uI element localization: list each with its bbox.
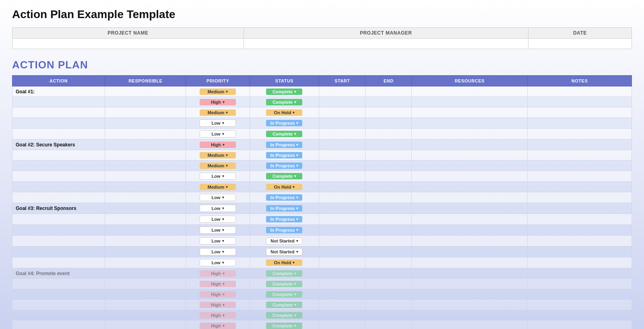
- resources-cell[interactable]: [412, 257, 528, 268]
- priority-badge[interactable]: Medium▾: [200, 152, 236, 158]
- status-cell[interactable]: On Hold▾: [250, 257, 319, 268]
- resources-cell[interactable]: [412, 225, 528, 236]
- responsible-cell[interactable]: [105, 214, 186, 225]
- priority-cell[interactable]: Low▾: [186, 118, 250, 129]
- status-badge[interactable]: In Progress▾: [266, 120, 302, 126]
- start-cell[interactable]: [319, 310, 365, 321]
- start-cell[interactable]: [319, 140, 365, 150]
- resources-cell[interactable]: [412, 129, 528, 140]
- notes-cell[interactable]: [528, 192, 632, 203]
- priority-badge[interactable]: Medium▾: [200, 109, 236, 116]
- responsible-cell[interactable]: [105, 182, 186, 192]
- notes-cell[interactable]: [528, 214, 632, 225]
- end-cell[interactable]: [365, 310, 412, 321]
- notes-cell[interactable]: [528, 310, 632, 321]
- start-cell[interactable]: [319, 268, 365, 279]
- responsible-cell[interactable]: [105, 97, 186, 107]
- status-cell[interactable]: Complete▾: [250, 289, 319, 300]
- status-cell[interactable]: Complete▾: [250, 321, 319, 329]
- status-cell[interactable]: On Hold▾: [250, 182, 319, 192]
- end-cell[interactable]: [365, 140, 412, 150]
- status-badge[interactable]: Complete▾: [266, 173, 302, 179]
- priority-badge[interactable]: Low▾: [200, 216, 236, 223]
- end-cell[interactable]: [365, 171, 412, 182]
- priority-badge[interactable]: High▾: [200, 302, 236, 308]
- status-cell[interactable]: Complete▾: [250, 86, 319, 97]
- responsible-cell[interactable]: [105, 150, 186, 160]
- status-badge[interactable]: Complete▾: [266, 131, 302, 137]
- resources-cell[interactable]: [412, 182, 528, 192]
- priority-cell[interactable]: Low▾: [186, 247, 250, 257]
- status-cell[interactable]: Complete▾: [250, 300, 319, 310]
- responsible-cell[interactable]: [105, 203, 186, 214]
- priority-badge[interactable]: Low▾: [200, 130, 236, 138]
- info-value-cell[interactable]: [12, 39, 244, 49]
- status-badge[interactable]: Complete▾: [266, 312, 302, 319]
- resources-cell[interactable]: [412, 289, 528, 300]
- responsible-cell[interactable]: [105, 321, 186, 329]
- responsible-cell[interactable]: [105, 129, 186, 140]
- end-cell[interactable]: [365, 236, 412, 247]
- priority-cell[interactable]: High▾: [186, 321, 250, 329]
- start-cell[interactable]: [319, 247, 365, 257]
- status-cell[interactable]: In Progress▾: [250, 214, 319, 225]
- end-cell[interactable]: [365, 86, 412, 97]
- notes-cell[interactable]: [528, 160, 632, 171]
- responsible-cell[interactable]: [105, 310, 186, 321]
- status-cell[interactable]: Not Started▾: [250, 236, 319, 247]
- status-cell[interactable]: In Progress▾: [250, 150, 319, 160]
- priority-cell[interactable]: Medium▾: [186, 160, 250, 171]
- responsible-cell[interactable]: [105, 86, 186, 97]
- end-cell[interactable]: [365, 118, 412, 129]
- status-cell[interactable]: In Progress▾: [250, 203, 319, 214]
- notes-cell[interactable]: [528, 203, 632, 214]
- start-cell[interactable]: [319, 192, 365, 203]
- status-badge[interactable]: In Progress▾: [266, 194, 302, 201]
- resources-cell[interactable]: [412, 86, 528, 97]
- status-cell[interactable]: Complete▾: [250, 97, 319, 107]
- responsible-cell[interactable]: [105, 268, 186, 279]
- priority-cell[interactable]: Medium▾: [186, 107, 250, 118]
- responsible-cell[interactable]: [105, 279, 186, 289]
- priority-badge[interactable]: Low▾: [200, 248, 236, 255]
- notes-cell[interactable]: [528, 118, 632, 129]
- end-cell[interactable]: [365, 300, 412, 310]
- start-cell[interactable]: [319, 225, 365, 236]
- resources-cell[interactable]: [412, 321, 528, 329]
- priority-cell[interactable]: Medium▾: [186, 182, 250, 192]
- start-cell[interactable]: [319, 182, 365, 192]
- priority-badge[interactable]: Low▾: [200, 119, 236, 127]
- start-cell[interactable]: [319, 129, 365, 140]
- priority-cell[interactable]: Low▾: [186, 192, 250, 203]
- status-badge[interactable]: In Progress▾: [266, 142, 302, 148]
- status-badge[interactable]: On Hold▾: [266, 184, 302, 190]
- status-cell[interactable]: Complete▾: [250, 129, 319, 140]
- end-cell[interactable]: [365, 97, 412, 107]
- resources-cell[interactable]: [412, 214, 528, 225]
- priority-cell[interactable]: Medium▾: [186, 150, 250, 160]
- responsible-cell[interactable]: [105, 107, 186, 118]
- resources-cell[interactable]: [412, 192, 528, 203]
- notes-cell[interactable]: [528, 279, 632, 289]
- status-cell[interactable]: In Progress▾: [250, 140, 319, 150]
- priority-cell[interactable]: Medium▾: [186, 86, 250, 97]
- responsible-cell[interactable]: [105, 247, 186, 257]
- end-cell[interactable]: [365, 107, 412, 118]
- priority-cell[interactable]: High▾: [186, 300, 250, 310]
- status-cell[interactable]: In Progress▾: [250, 118, 319, 129]
- priority-cell[interactable]: High▾: [186, 97, 250, 107]
- status-badge[interactable]: Complete▾: [266, 281, 302, 287]
- resources-cell[interactable]: [412, 97, 528, 107]
- resources-cell[interactable]: [412, 160, 528, 171]
- priority-badge[interactable]: High▾: [200, 312, 236, 319]
- priority-cell[interactable]: Low▾: [186, 214, 250, 225]
- responsible-cell[interactable]: [105, 257, 186, 268]
- start-cell[interactable]: [319, 160, 365, 171]
- notes-cell[interactable]: [528, 86, 632, 97]
- status-cell[interactable]: Complete▾: [250, 171, 319, 182]
- responsible-cell[interactable]: [105, 236, 186, 247]
- end-cell[interactable]: [365, 203, 412, 214]
- end-cell[interactable]: [365, 257, 412, 268]
- priority-cell[interactable]: High▾: [186, 268, 250, 279]
- notes-cell[interactable]: [528, 247, 632, 257]
